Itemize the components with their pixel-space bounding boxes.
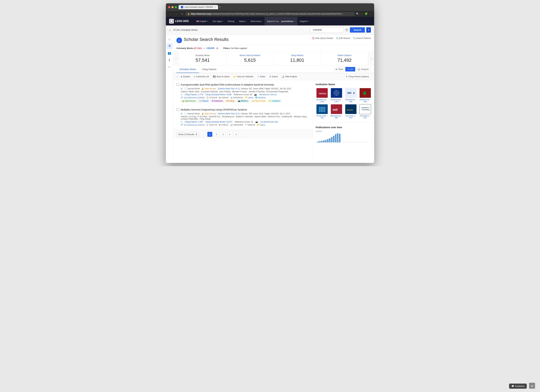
home-button[interactable]: ⌂: [169, 28, 171, 32]
save-as-query-button[interactable]: 💾 Save as Query: [211, 75, 231, 79]
doi-1[interactable]: 🔗 10.1126/science.1225829: [181, 96, 205, 99]
libkey-2[interactable]: 🔑 LibKey: [257, 124, 265, 126]
expand-icon-2[interactable]: ⊙: [181, 112, 183, 115]
new-tab-button[interactable]: +: [219, 5, 221, 9]
page-3-button[interactable]: 3: [220, 132, 225, 137]
lens-id-1[interactable]: 064-908-811-700-011: [259, 94, 277, 95]
hide-query-details-button[interactable]: 🚫 Hide Query Details: [312, 37, 333, 39]
sidebar-people-icon[interactable]: 👥: [166, 50, 172, 56]
institution-card-harvard[interactable]: VERITAS Harvard Uni... 1,842: [316, 88, 328, 103]
tab-close-button[interactable]: ✕: [214, 6, 216, 8]
stat-card-patent-citations[interactable]: Patent Citations 71,492: [321, 52, 368, 65]
search-dropdown-button[interactable]: ▾: [366, 27, 371, 33]
search-button[interactable]: Search: [350, 27, 365, 33]
citing-scholarly-link-2[interactable]: Citing Scholarly Works: 10,077: [205, 121, 232, 123]
bookmark-icon[interactable]: ☆: [361, 12, 363, 15]
nav-user[interactable]: Signed in as pauloldham ▾: [265, 17, 297, 25]
tag-patents-1[interactable]: 📜 Patents: [198, 100, 210, 102]
select-all-icon[interactable]: ✓: [176, 75, 178, 78]
expand-button[interactable]: ⊕ Expand: [179, 75, 192, 79]
type-badge-1: 📄 Journal Article: [184, 87, 200, 90]
prev-page-button[interactable]: ‹: [201, 132, 206, 137]
nav-support[interactable]: Support ▾: [297, 17, 311, 25]
hide-analysis-button[interactable]: 📊 Hide Analysis: [280, 75, 299, 79]
tag-affiliation-1[interactable]: 📷 Affiliation: [237, 100, 249, 102]
expand-icon-1[interactable]: ⊙: [181, 87, 183, 90]
save-as-collection-button[interactable]: 📁 Save as Collection: [232, 75, 255, 79]
menu-icon[interactable]: ⋮: [369, 12, 372, 15]
institution-card-nih[interactable]: NIH➤ National Ins... 965: [344, 88, 357, 103]
citing-patents-link-1[interactable]: Citing Patents: 1,776: [185, 93, 203, 96]
nav-about[interactable]: About ▾: [237, 17, 248, 25]
view-analysis-button[interactable]: 📊 Analysis: [355, 67, 371, 71]
page-2-button[interactable]: 2: [214, 132, 219, 137]
export-button[interactable]: ⬇ Export: [268, 75, 280, 79]
svg-rect-26: [327, 139, 329, 142]
search-patents-button[interactable]: 🔍 Search Patents: [353, 37, 371, 39]
reload-button[interactable]: ↻: [180, 12, 184, 16]
institution-card-mit[interactable]: mit Massachuse... 698: [330, 104, 343, 119]
stats-prev-button[interactable]: ‹: [173, 52, 179, 65]
remove-query-button[interactable]: ⊖: [216, 47, 218, 50]
sidebar-more-icon[interactable]: •••: [166, 64, 172, 70]
tab-citing-patents[interactable]: Citing Patents: [199, 66, 220, 73]
maximize-window-button[interactable]: [175, 6, 177, 8]
sort-button[interactable]: ⬆ Citing Patents (highest): [344, 75, 371, 79]
active-tab[interactable]: Lens Scholarly Search: CRISPR ✕: [179, 5, 218, 9]
journal-name-1[interactable]: Science (New York, N.Y.): [218, 87, 240, 90]
nav-pricing[interactable]: Pricing: [225, 17, 237, 25]
page-1-button[interactable]: 1: [207, 132, 212, 137]
nav-our-apps[interactable]: Our Apps ▾: [210, 17, 225, 25]
libkey-1[interactable]: 🔑 LibKey: [245, 96, 254, 99]
stat-card-cited-by-patents[interactable]: Works Cited by Patents 5,615: [226, 52, 274, 65]
minimize-window-button[interactable]: [171, 6, 174, 8]
tag-field-of-study-1[interactable]: 📖 Field of Study: [250, 100, 267, 102]
result-checkbox-1[interactable]: [176, 83, 179, 86]
show-results-select[interactable]: Show 10 Results ⬆: [176, 132, 199, 137]
view-list-button[interactable]: ≡ List: [345, 67, 355, 71]
page-5-button[interactable]: 5: [234, 132, 239, 137]
help-button[interactable]: ?: [345, 28, 349, 32]
institution-card-berkeley[interactable]: Berkeley University o... 674: [344, 104, 357, 119]
institution-card-chinese-acad[interactable]: Chinese Aca... 1,347: [330, 88, 343, 103]
lens-id-2[interactable]: 125-980-003-853-48X: [260, 121, 278, 123]
search-query-input[interactable]: [310, 27, 344, 33]
forward-button[interactable]: →: [174, 12, 179, 16]
institution-card-stanford[interactable]: 🌲 Stanford Un... 846: [359, 88, 371, 103]
view-table-button[interactable]: ⊞ Table: [333, 67, 345, 71]
next-page-button[interactable]: ›: [240, 132, 245, 137]
result-title-2[interactable]: Multiplex Genome Engineering Using CRISP…: [181, 108, 247, 111]
stats-next-button[interactable]: ›: [368, 52, 374, 65]
sidebar-home-icon[interactable]: ⌂: [166, 36, 172, 42]
tag-funding-1[interactable]: $ Funding: [225, 100, 236, 102]
journal-name-2[interactable]: Science (New York, N.Y.): [218, 112, 240, 115]
doi-2[interactable]: 🔗 10.1126/science.1231143: [181, 124, 205, 126]
page-4-button[interactable]: 4: [227, 132, 232, 137]
citing-patents-link-2[interactable]: Citing Patents: 1,387: [185, 121, 203, 123]
tag-collection-1[interactable]: 📁 Collection: [268, 100, 281, 102]
extensions-icon[interactable]: 🧩: [365, 12, 368, 15]
worldcat-1[interactable]: 🌐 WorldCat: [255, 96, 266, 99]
stat-card-citing-patents[interactable]: Citing Patents 11,801: [274, 52, 321, 65]
institution-card-uc[interactable]: UNIVERSITY OFCALIFORNIA University o... …: [359, 104, 371, 119]
zoom-icon[interactable]: 🔍: [356, 12, 359, 15]
share-button[interactable]: ↗ Share: [256, 75, 267, 79]
back-button[interactable]: ←: [168, 12, 173, 16]
edit-search-button[interactable]: 🔍 Edit Search: [336, 37, 350, 39]
address-bar[interactable]: 🔒 https://www.lens.org/lens/search/schol…: [185, 12, 355, 16]
nav-language[interactable]: 🇬🇧 English ▾: [194, 17, 210, 25]
citing-scholarly-link-1[interactable]: Citing Scholarly Works: 9,038: [205, 93, 231, 96]
close-window-button[interactable]: [168, 6, 170, 8]
tag-substance-1[interactable]: ⚗ Substance: [210, 100, 224, 102]
institution-card-broad[interactable]: Broad Instit... 754: [316, 104, 328, 119]
customise-list-button[interactable]: ≡ Customise List: [192, 75, 211, 79]
search-input-area: ? Search ▾: [310, 27, 371, 33]
result-title-1[interactable]: A programmable dual-RNA-guided DNA endon…: [181, 83, 275, 86]
logo[interactable]: LENS.ORG: [169, 19, 189, 24]
sidebar-info-icon[interactable]: ℹ: [166, 57, 172, 63]
tab-scholarly-works[interactable]: Scholarly Works: [176, 66, 199, 73]
result-checkbox-2[interactable]: [176, 108, 179, 111]
sidebar-filter-icon[interactable]: ⚗: [166, 43, 172, 49]
tag-open-access-1[interactable]: 🔓 Open Access: [181, 100, 197, 102]
nav-work-area[interactable]: Work Area ▾: [248, 17, 264, 25]
